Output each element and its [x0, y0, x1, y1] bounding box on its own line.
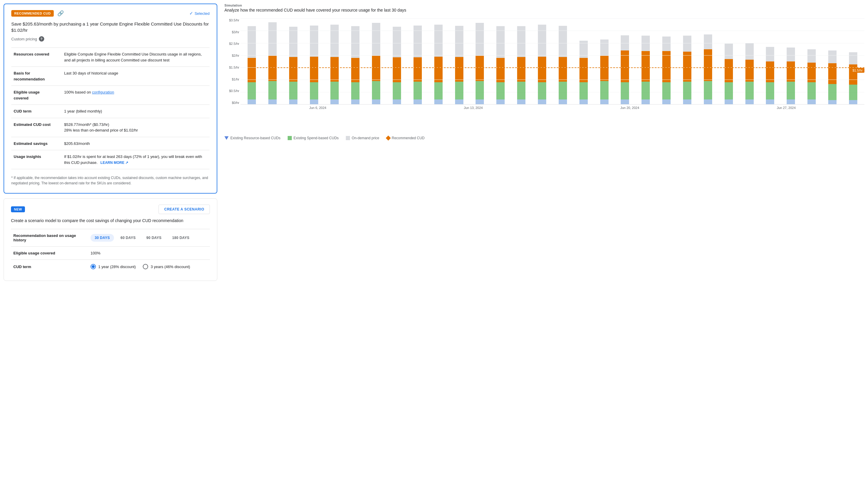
bar-blue	[579, 99, 588, 104]
card-header-left: RECOMMENDED CUD 🔗	[11, 10, 64, 17]
bar-group	[366, 18, 386, 104]
grid-line	[241, 43, 865, 43]
square-green-icon	[288, 136, 292, 140]
y-label-00: $0/hr	[225, 101, 239, 104]
chip-90-days[interactable]: 90 DAYS	[142, 234, 165, 242]
table-row: Resources covered Eligible Compute Engin…	[11, 48, 209, 67]
bar-blue	[641, 99, 650, 104]
bar-group	[719, 18, 739, 104]
detail-label: CUD term	[11, 105, 62, 118]
bar-gray	[310, 26, 318, 57]
radio-3years[interactable]: 3 years (46% discount)	[143, 264, 190, 269]
card-title: Save $205.63/month by purchasing a 1 yea…	[11, 21, 209, 33]
bar-orange	[766, 61, 774, 82]
bar-blue	[248, 99, 256, 104]
configuration-link[interactable]: configuration	[92, 90, 114, 95]
detail-value: If $1.02/hr is spent for at least 263 da…	[62, 150, 209, 169]
grid-line	[241, 55, 865, 56]
selected-text: Selected	[194, 11, 209, 16]
bar-group	[387, 18, 407, 104]
bar-blue	[289, 99, 298, 104]
legend-item-resource-cud: Existing Resource-based CUDs	[225, 136, 280, 140]
scenario-table: Recommendation based on usage history 30…	[11, 229, 210, 273]
bar-orange	[496, 58, 505, 82]
bar-orange	[683, 52, 691, 82]
bar-green	[517, 82, 525, 99]
bar-group	[428, 18, 449, 104]
bar-green	[746, 82, 754, 99]
bar-blue	[766, 99, 774, 104]
chip-180-days[interactable]: 180 DAYS	[168, 234, 193, 242]
y-label-15: $1.5/hr	[225, 66, 239, 69]
bar-green	[455, 82, 463, 99]
bar-group	[822, 18, 842, 104]
legend-label-resource: Existing Resource-based CUDs	[230, 136, 280, 140]
bar-group	[739, 18, 760, 104]
table-row: Estimated CUD cost $528.77/month* ($0.73…	[11, 118, 209, 137]
bar-blue	[849, 100, 857, 104]
table-row: Basis for recommendation Last 30 days of…	[11, 67, 209, 86]
bar-green	[766, 82, 774, 99]
square-gray-icon	[346, 136, 350, 140]
bar-green	[269, 81, 277, 99]
radio-group: 1 year (28% discount) 3 years (46% disco…	[90, 264, 207, 269]
day-chips: 30 DAYS 60 DAYS 90 DAYS 180 DAYS	[90, 234, 207, 242]
simulation-label: Simulation	[225, 3, 865, 7]
bar-orange	[330, 57, 339, 82]
radio-1year[interactable]: 1 year (28% discount)	[90, 264, 136, 269]
bar-group	[698, 18, 718, 104]
bar-group	[304, 18, 324, 104]
grid-line	[241, 80, 865, 80]
legend-label-spend: Existing Spend-based CUDs	[293, 136, 339, 140]
learn-more-link[interactable]: LEARN MORE ↗	[100, 160, 128, 165]
bar-gray	[434, 25, 443, 57]
help-icon[interactable]: ?	[39, 36, 44, 42]
bar-gray	[808, 49, 816, 63]
grid-line	[241, 67, 865, 68]
bar-group	[262, 18, 283, 104]
bar-green	[641, 82, 650, 99]
create-scenario-button[interactable]: CREATE A SCENARIO	[159, 204, 210, 214]
grid-line	[241, 18, 865, 19]
bar-blue	[330, 99, 339, 104]
bar-group	[490, 18, 510, 104]
bar-group	[801, 18, 822, 104]
bar-green	[662, 82, 670, 99]
recommended-cud-card: RECOMMENDED CUD 🔗 ✓ Selected Save $205.6…	[3, 3, 217, 194]
check-icon: ✓	[189, 11, 193, 16]
bar-group	[469, 18, 490, 104]
bar-orange	[351, 58, 360, 82]
bar-gray	[393, 27, 401, 57]
custom-pricing-label: Custom pricing	[11, 37, 37, 41]
radio-label-1year: 1 year (28% discount)	[98, 265, 136, 269]
bar-group	[594, 18, 614, 104]
bar-gray	[559, 26, 567, 57]
bar-gray	[828, 51, 837, 63]
radio-label-3years: 3 years (46% discount)	[150, 265, 190, 269]
link-icon[interactable]: 🔗	[57, 10, 64, 17]
chip-30-days[interactable]: 30 DAYS	[90, 234, 114, 242]
bar-orange	[828, 63, 837, 84]
bar-green	[310, 82, 318, 99]
bar-group	[574, 18, 594, 104]
legend-item-ondemand: On-demand price	[346, 136, 379, 140]
bars-container	[241, 18, 865, 104]
bar-blue	[372, 99, 380, 104]
bar-orange	[579, 58, 588, 82]
detail-value: $528.77/month* ($0.73/hr) 28% less than …	[62, 118, 209, 137]
bar-green	[621, 82, 629, 99]
bar-orange	[641, 51, 650, 82]
bar-blue	[787, 99, 795, 104]
chip-60-days[interactable]: 60 DAYS	[116, 234, 140, 242]
bar-green	[808, 82, 816, 99]
bar-blue	[393, 99, 401, 104]
bar-orange	[787, 61, 795, 82]
detail-label: Estimated savings	[11, 137, 62, 150]
bar-group	[324, 18, 345, 104]
bar-group	[532, 18, 552, 104]
radio-circle-1year	[90, 264, 96, 269]
legend-item-spend-cud: Existing Spend-based CUDs	[288, 136, 339, 140]
bar-blue	[496, 99, 505, 104]
bar-blue	[725, 99, 733, 104]
bar-blue	[434, 99, 443, 104]
